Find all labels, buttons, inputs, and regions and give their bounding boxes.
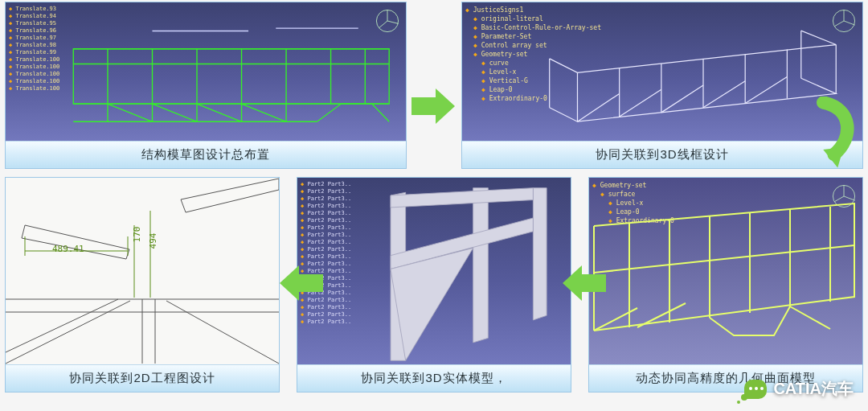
svg-marker-61 [533,188,547,320]
svg-line-16 [108,104,153,121]
caption: 协同关联到2D工程图设计 [6,364,279,392]
model-3d-solid [346,178,571,364]
caption: 结构模草图设计总布置 [6,141,406,168]
dimension-value: 494 [148,233,158,249]
flow-row-bottom: 489.41 170 494 协同关联到2D工程图设计 Part2 Part3.… [0,169,868,393]
arrow-left-icon [280,265,323,301]
caption: 协同关联到3D线框设计 [462,141,862,168]
svg-line-19 [242,104,287,121]
panel-step-1: Translate.93 Translate.94 Translate.95 T… [5,2,407,169]
viewport-surface-model: Geometry-set surface Level-x Leap-0 Extr… [589,178,862,364]
dimension-value: 170 [132,227,142,243]
viewport-2d-drawing: 489.41 170 494 [6,178,279,364]
panel-step-3: Geometry-set surface Level-x Leap-0 Extr… [588,177,863,393]
svg-rect-4 [73,49,389,104]
svg-line-76 [594,245,854,273]
drawing-detail [6,178,279,364]
svg-line-40 [620,89,661,117]
svg-line-17 [153,104,198,121]
arrow-right-icon [411,88,455,124]
svg-line-18 [197,104,242,121]
svg-line-42 [703,81,745,108]
svg-marker-53 [181,179,279,212]
viewport-3d-solid: Part2 Part3.. Part2 Part3.. Part2 Part3.… [297,178,571,364]
sketch-bus-frame [70,25,399,141]
svg-line-51 [6,299,118,352]
flow-row-top: Translate.93 Translate.94 Translate.95 T… [0,0,868,169]
feature-tree: Translate.93 Translate.94 Translate.95 T… [9,6,59,92]
viewport-sketch-layout: Translate.93 Translate.94 Translate.95 T… [6,2,406,141]
svg-line-2 [387,21,399,23]
viewport-3d-wireframe: JusticeSigns1 original-literal Basic-Con… [462,2,862,141]
caption: 协同关联到3D实体模型， [297,364,571,392]
arrow-left-icon [563,265,606,301]
model-surface-frame [589,194,862,364]
panel-step-5: 489.41 170 494 协同关联到2D工程图设计 [5,177,280,393]
watermark: CATIA汽车 [744,378,854,400]
arrow-curve-down-icon [810,97,866,169]
svg-marker-60 [473,188,489,343]
svg-marker-44 [823,147,844,168]
panel-step-4: Part2 Part3.. Part2 Part3.. Part2 Part3.… [297,177,571,393]
panel-step-2: JusticeSigns1 original-literal Basic-Con… [461,2,863,169]
svg-line-79 [790,306,830,329]
svg-line-78 [637,303,686,327]
svg-marker-63 [391,188,533,208]
wechat-icon [744,380,767,399]
watermark-text: CATIA汽车 [773,378,854,400]
dimension-value: 489.41 [52,244,84,254]
svg-line-50 [166,301,279,364]
svg-line-49 [6,301,130,364]
feature-tree: Part2 Part3.. Part2 Part3.. Part2 Part3.… [301,181,351,326]
